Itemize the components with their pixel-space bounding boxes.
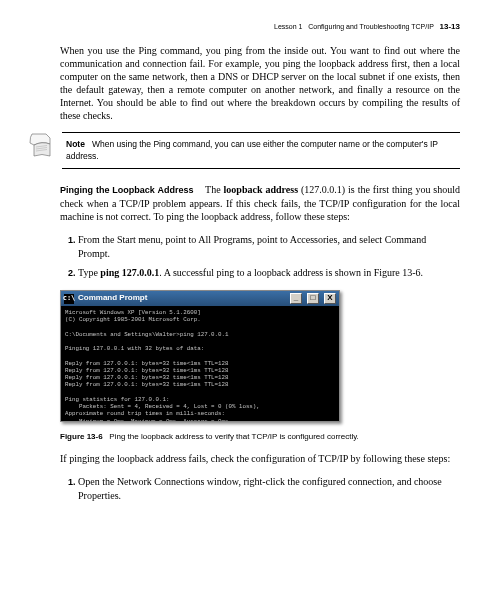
step-2-suffix: . A successful ping to a loopback addres…: [159, 267, 423, 278]
lesson-title: Configuring and Troubleshooting TCP/IP: [308, 23, 433, 30]
section-loopback: Pinging the Loopback Address The loopbac…: [60, 183, 460, 223]
window-titlebar: c:\ Command Prompt _ □ X: [61, 291, 339, 306]
note-icon: [28, 132, 52, 158]
figure-label: Figure 13-6: [60, 432, 103, 441]
page-number: 13-13: [440, 22, 460, 31]
lesson-number: Lesson 1: [274, 23, 302, 30]
steps-list-1: From the Start menu, point to All Progra…: [60, 233, 460, 280]
step2-1-text: Open the Network Connections window, rig…: [78, 476, 442, 501]
subheading: Pinging the Loopback Address: [60, 185, 194, 195]
loopback-term: loopback address: [224, 184, 298, 195]
ping-command: ping 127.0.0.1: [100, 267, 159, 278]
maximize-button[interactable]: □: [307, 293, 319, 304]
step2-1: Open the Network Connections window, rig…: [78, 475, 460, 502]
lead-text-a: The: [205, 184, 224, 195]
note-box: Note When using the Ping command, you ca…: [62, 132, 460, 169]
intro-paragraph: When you use the Ping command, you ping …: [60, 44, 460, 122]
running-header: Lesson 1 Configuring and Troubleshooting…: [60, 22, 460, 32]
step-1: From the Start menu, point to All Progra…: [78, 233, 460, 260]
command-prompt-window: c:\ Command Prompt _ □ X Microsoft Windo…: [60, 290, 340, 422]
note-callout: Note When using the Ping command, you ca…: [28, 132, 460, 169]
figure-13-6: c:\ Command Prompt _ □ X Microsoft Windo…: [60, 290, 460, 422]
window-title: Command Prompt: [78, 293, 147, 303]
figure-caption: Figure 13-6 Ping the loopback address to…: [60, 432, 460, 442]
section2-lead: If pinging the loopback address fails, c…: [60, 452, 460, 465]
figure-caption-text: Ping the loopback address to verify that…: [109, 432, 358, 441]
cmd-icon: c:\: [64, 294, 74, 304]
note-label: Note: [66, 139, 85, 149]
terminal-output: Microsoft Windows XP [Version 5.1.2600] …: [61, 306, 339, 421]
minimize-button[interactable]: _: [290, 293, 302, 304]
step-2: Type ping 127.0.0.1. A successful ping t…: [78, 266, 460, 280]
steps-list-2: Open the Network Connections window, rig…: [60, 475, 460, 502]
step-2-prefix: Type: [78, 267, 100, 278]
note-text: When using the Ping command, you can use…: [66, 139, 438, 160]
step-1-text: From the Start menu, point to All Progra…: [78, 234, 426, 259]
close-button[interactable]: X: [324, 293, 336, 304]
